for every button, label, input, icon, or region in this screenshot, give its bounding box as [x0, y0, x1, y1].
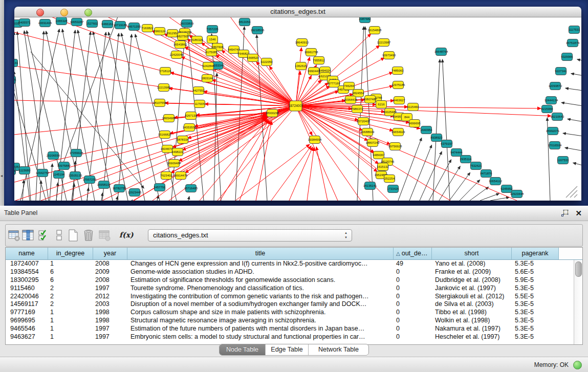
graph-edge[interactable]	[181, 57, 296, 106]
window-close-button[interactable]	[36, 9, 44, 16]
graph-edge[interactable]	[205, 104, 296, 106]
table-panel-title: Table Panel	[4, 206, 37, 221]
graph-node-label: 12444134	[545, 99, 558, 102]
graph-edge[interactable]	[449, 172, 470, 201]
table-row[interactable]: 1872400712008Changes of HCN gene express…	[6, 260, 574, 268]
table-column-icon[interactable]	[22, 229, 34, 242]
graph-node-label: 1615132	[377, 165, 389, 168]
memory-status-icon[interactable]	[573, 361, 582, 369]
graph-edge[interactable]	[50, 164, 52, 201]
table-row[interactable]: 977716911998Corpus callosum shape and si…	[6, 309, 574, 317]
window-minimize-button[interactable]	[60, 9, 68, 16]
table-row[interactable]: 1830029562008Estimation of significance …	[6, 276, 574, 285]
table-row[interactable]: 946362711997Embryonic stem cells: a mode…	[6, 333, 574, 341]
tab-edge-table[interactable]: Edge Table	[266, 344, 309, 355]
new-document-icon[interactable]	[67, 229, 79, 242]
graph-edge[interactable]	[296, 106, 338, 201]
graph-edge[interactable]	[577, 59, 581, 61]
graph-edge[interactable]	[490, 198, 509, 201]
graph-edge[interactable]	[307, 147, 314, 201]
column-header-filler	[559, 248, 582, 259]
graph-edge[interactable]	[573, 163, 581, 166]
table-cell: 5.5E-5	[512, 293, 559, 301]
control-panel-splitter[interactable]: ◂	[0, 0, 4, 206]
resize-grip-icon[interactable]	[566, 186, 577, 198]
column-header-title[interactable]: title	[127, 248, 394, 259]
red-edges[interactable]	[14, 17, 551, 201]
graph-node-label: 18640910	[295, 41, 309, 44]
table-row[interactable]: 1938455462009Genome-wide association stu…	[6, 268, 574, 276]
graph-edge[interactable]	[256, 121, 272, 201]
select-rows-icon[interactable]	[38, 229, 50, 242]
table-selector-dropdown[interactable]: citations_edges.txt ▲▼	[148, 229, 352, 242]
column-header-pagerank[interactable]: pagerank	[512, 248, 559, 259]
table-settings-icon[interactable]	[8, 229, 20, 242]
graph-edge[interactable]	[102, 33, 119, 201]
graph-node-label: 8938923	[430, 136, 443, 139]
column-header-out_de[interactable]: △out_de…	[394, 248, 432, 259]
network-window[interactable]: citations_edges.txt 24035545405571206914…	[14, 7, 581, 201]
graph-edge[interactable]	[357, 27, 364, 201]
trash-icon[interactable]	[82, 229, 95, 242]
table-row[interactable]: 911546021997Tourette syndrome. Phenomeno…	[6, 285, 574, 293]
graph-node-label: 2087682	[359, 17, 371, 20]
graph-edge[interactable]	[185, 106, 296, 173]
graph-edge[interactable]	[215, 55, 296, 106]
graph-edge[interactable]	[188, 196, 189, 201]
graph-edge[interactable]	[442, 59, 450, 201]
graph-edge[interactable]	[157, 195, 158, 201]
graph-edge[interactable]	[409, 145, 432, 201]
scrollbar-thumb[interactable]	[575, 261, 582, 277]
graph-node-label: 9242848	[202, 64, 214, 68]
graph-edge[interactable]	[289, 147, 313, 201]
graph-nodes[interactable]: 2403554540557120691406106532810653287152…	[14, 17, 580, 198]
function-builder-icon[interactable]: f(x)	[119, 231, 134, 239]
tab-node-table[interactable]: Node Table	[220, 344, 266, 355]
table-row[interactable]: 946554611997Estimation of the future num…	[6, 325, 574, 333]
graph-edge[interactable]	[178, 116, 268, 152]
float-panel-icon[interactable]	[561, 210, 569, 216]
graph-node-label: 2803144	[201, 77, 213, 80]
graph-edge[interactable]	[235, 144, 310, 201]
graph-node-label: 117005	[194, 102, 205, 105]
graph-edge[interactable]	[296, 48, 301, 106]
graph-edge[interactable]	[118, 34, 132, 201]
table-row[interactable]: 969969511998Structural magnetic resonanc…	[6, 317, 574, 325]
graph-edge[interactable]	[132, 200, 133, 201]
column-header-short[interactable]: short	[432, 248, 512, 259]
merge-cells-icon[interactable]	[53, 229, 66, 242]
table-row[interactable]: 2242004622012Investigating the contribut…	[6, 293, 574, 301]
graph-edge[interactable]	[565, 148, 581, 151]
column-header-in_degree[interactable]: in_degree	[48, 248, 93, 259]
collapse-arrow-icon[interactable]: ◂	[1, 174, 3, 178]
table-cell: Wolkin et al. (1998)	[432, 317, 512, 325]
vertical-scrollbar[interactable]	[574, 260, 582, 344]
graph-edge[interactable]	[14, 88, 46, 201]
table-cell: Structural magnetic resonance image aver…	[127, 317, 394, 325]
network-canvas[interactable]: 2403554540557120691406106532810653287152…	[14, 17, 581, 201]
graph-edge[interactable]	[568, 119, 581, 122]
graph-edge[interactable]	[563, 133, 581, 137]
table-body: 1872400712008Changes of HCN gene express…	[6, 260, 574, 344]
graph-edge[interactable]	[433, 59, 440, 201]
graph-node-label: 9484067	[373, 154, 385, 157]
graph-node-label: 9474444	[450, 151, 463, 154]
close-panel-icon[interactable]: ✕	[575, 208, 582, 218]
window-zoom-button[interactable]	[84, 9, 92, 16]
graph-edge[interactable]	[56, 183, 58, 201]
window-titlebar[interactable]: citations_edges.txt	[14, 7, 581, 17]
table-cell: de Silva et al. (2003)	[432, 300, 512, 309]
graph-node-label: 3878334	[177, 138, 189, 141]
column-header-name[interactable]: name	[6, 248, 48, 259]
citation-graph[interactable]: 2403554540557120691406106532810653287152…	[14, 17, 581, 201]
tab-network-table[interactable]: Network Table	[309, 344, 368, 355]
graph-node-label: 8813054	[238, 20, 251, 24]
graph-edge[interactable]	[571, 74, 581, 76]
graph-edge[interactable]	[565, 88, 581, 91]
table-row[interactable]: 1456911722003Disruption of a novel membe…	[6, 300, 574, 309]
graph-edge[interactable]	[102, 106, 296, 201]
graph-edge[interactable]	[271, 146, 311, 201]
graph-edge[interactable]	[78, 30, 113, 201]
graph-edge[interactable]	[561, 102, 581, 106]
column-header-year[interactable]: year	[93, 248, 127, 259]
